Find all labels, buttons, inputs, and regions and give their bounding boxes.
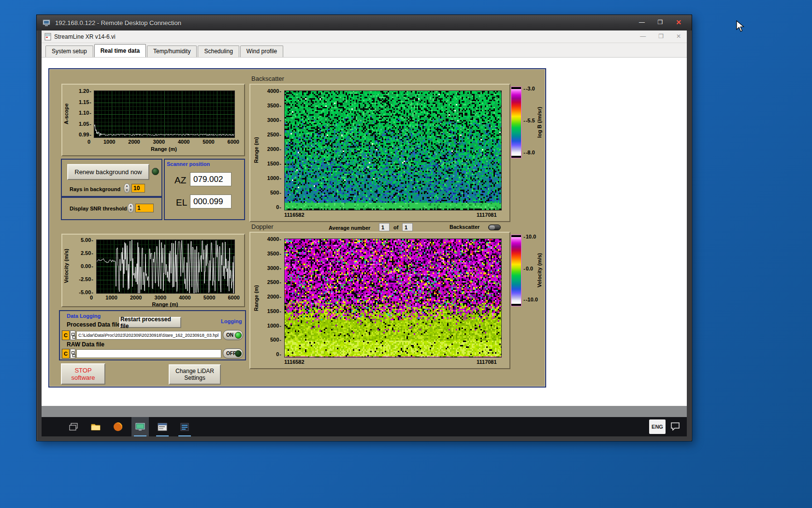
snr-spinner[interactable]: ▲▼ — [128, 203, 134, 213]
a-scope-graph-frame: A-scope 1.201.151.101.050.99 01000200030… — [61, 84, 245, 156]
task-view-button[interactable] — [65, 417, 82, 436]
rays-value-field[interactable]: 10 — [131, 184, 145, 193]
rays-spinner[interactable]: ▲▼ — [124, 183, 130, 193]
doppler-colorbar-label: Velocity (m/s) — [536, 241, 542, 299]
processed-drive-button[interactable]: C — [62, 330, 70, 340]
backscatter-toggle-label: Backscatter — [450, 224, 479, 230]
axis-tick: 1000 — [103, 139, 115, 145]
raw-logging-toggle[interactable]: OFF — [223, 348, 243, 359]
tab-real-time-data[interactable]: Real time data — [94, 44, 146, 57]
renew-background-label: Renew background now — [74, 168, 142, 176]
renew-background-button[interactable]: Renew background now — [67, 164, 149, 180]
notes-app-icon — [180, 423, 189, 431]
axis-tick: 0 — [87, 139, 90, 145]
scan-schedule-button[interactable] — [154, 417, 171, 436]
axis-tick: 5.00 — [81, 238, 93, 242]
processed-browse-button[interactable] — [70, 330, 75, 340]
vi-maximize-button[interactable]: ❐ — [658, 33, 664, 40]
off-label: OFF — [226, 351, 236, 356]
tab-scheduling[interactable]: Scheduling — [198, 45, 239, 57]
axis-tick: 5000 — [203, 295, 215, 300]
stop-software-button[interactable]: STOP software — [61, 363, 105, 385]
change-line1: Change LiDAR — [175, 368, 214, 374]
average-count-field[interactable]: 1 — [402, 223, 413, 231]
doppler-x-start: 1116582 — [284, 359, 304, 365]
el-value-field[interactable]: 000.099 — [190, 194, 232, 209]
axis-tick: 3500 — [267, 251, 281, 256]
tab-temp-humidity[interactable]: Temp/humidity — [147, 45, 197, 57]
vi-minimize-button[interactable]: — — [640, 33, 646, 40]
background-group: Renew background now Rays in background … — [61, 159, 162, 197]
firefox-icon — [113, 422, 123, 432]
axis-tick: 0 — [90, 295, 93, 300]
raw-path-field[interactable] — [76, 349, 221, 358]
backscatter-heatmap — [284, 90, 502, 210]
firefox-button[interactable] — [109, 417, 127, 436]
velocity-graph-frame: Velocity (m/s) 5.002.500.00-2.50-5.00 01… — [61, 234, 245, 307]
a-scope-y-axis-label: A-scope — [63, 90, 69, 137]
axis-tick: 1000 — [267, 176, 281, 180]
notes-app-button[interactable] — [176, 417, 193, 436]
data-logging-group: Data Logging Processed Data file Restart… — [59, 310, 246, 360]
file-explorer-button[interactable] — [87, 417, 104, 436]
axis-tick: 3000 — [267, 266, 281, 270]
backscatter-colorbar-tick-max: -3.0 — [523, 86, 535, 91]
raw-drive-button[interactable]: C — [62, 349, 70, 359]
change-lidar-settings-button[interactable]: Change LiDAR Settings — [169, 364, 221, 385]
raw-browse-button[interactable] — [70, 349, 75, 359]
doppler-colorbar-tick-max: 10.0 — [523, 234, 536, 239]
backscatter-doppler-switch[interactable] — [488, 224, 501, 230]
rdp-restore-button[interactable]: ❐ — [652, 17, 668, 28]
rdp-close-button[interactable]: ✕ — [670, 17, 687, 28]
stop-line1: STOP — [74, 367, 91, 374]
backscatter-colorbar-tick-min: -8.0 — [523, 149, 535, 155]
axis-tick: 1500 — [267, 309, 281, 314]
streamline-window-title: StreamLine XR v14-6.vi — [54, 33, 116, 40]
axis-tick: 4000 — [267, 89, 281, 93]
rdp-titlebar[interactable]: 192.168.0.122 - Remote Desktop Connectio… — [37, 15, 692, 30]
scan-schedule-icon — [158, 423, 167, 431]
restart-processed-file-button[interactable]: Restart processed file — [119, 317, 181, 328]
axis-tick: 2000 — [267, 294, 281, 299]
rdp-minimize-button[interactable]: — — [634, 17, 650, 28]
feedback-chat-icon[interactable] — [670, 422, 680, 433]
remote-desktop-view: StreamLine XR v14-6.vi — ❐ ✕ System setu… — [42, 30, 687, 436]
axis-tick: 0.00 — [81, 264, 93, 269]
rdp-window: 192.168.0.122 - Remote Desktop Connectio… — [36, 15, 692, 441]
axis-tick: 1000 — [267, 323, 281, 328]
velocity-plot — [96, 239, 235, 294]
processed-logging-toggle[interactable]: ON — [223, 330, 243, 340]
change-line2: Settings — [184, 374, 205, 381]
of-label: of — [393, 224, 398, 230]
rdp-app-icon — [135, 423, 145, 431]
velocity-x-axis-label: Range (m) — [96, 301, 234, 307]
remote-desktop-strip — [42, 406, 687, 418]
language-indicator[interactable]: ENG — [649, 419, 666, 434]
raw-data-file-label: RAW Data file — [67, 341, 104, 348]
axis-tick: 500 — [270, 337, 281, 342]
rdp-app-button[interactable] — [131, 417, 149, 436]
scanner-position-group: Scanner position AZ 079.002 EL 000.099 — [164, 159, 245, 220]
average-number-label: Average number — [329, 225, 370, 231]
snr-value-field[interactable]: 1 — [135, 204, 154, 212]
doppler-y-ticks: 40003500300025002000150010005000 — [262, 237, 281, 357]
doppler-colorbar-tick-mid: 0.0 — [523, 266, 533, 271]
processed-path-field[interactable]: C:\Lidar\Data\Proc\2023\202309\20230918\… — [76, 331, 221, 340]
axis-tick: 4000 — [178, 139, 189, 145]
vi-close-button[interactable]: ✕ — [676, 33, 681, 40]
remote-taskbar: ENG — [42, 417, 687, 436]
logging-label: Logging — [221, 318, 242, 324]
streamline-titlebar[interactable]: StreamLine XR v14-6.vi — ❐ ✕ — [42, 30, 687, 43]
axis-tick: 3000 — [155, 295, 166, 300]
tab-bar: System setup Real time data Temp/humidit… — [42, 43, 687, 58]
az-value-field[interactable]: 079.002 — [190, 172, 232, 186]
tab-wind-profile[interactable]: Wind profile — [240, 45, 283, 57]
streamline-window: StreamLine XR v14-6.vi — ❐ ✕ System setu… — [42, 30, 687, 406]
average-number-field[interactable]: 1 — [379, 223, 390, 231]
tab-system-setup[interactable]: System setup — [45, 45, 93, 57]
processed-data-file-label: Processed Data file — [67, 321, 120, 328]
axis-tick: -5.00 — [79, 290, 93, 295]
rdp-window-title: 192.168.0.122 - Remote Desktop Connectio… — [55, 19, 181, 27]
backscatter-colorbar-label: log B (/m/sr) — [536, 93, 542, 151]
toggle-knob-on — [235, 332, 242, 339]
